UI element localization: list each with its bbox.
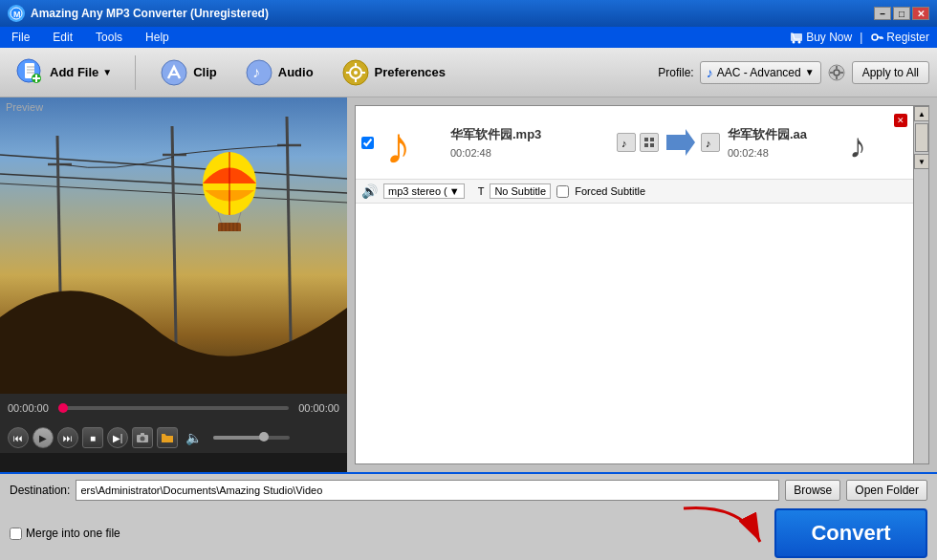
apply-all-button[interactable]: Apply to All (852, 61, 929, 84)
file-checkbox[interactable] (361, 137, 374, 149)
file-item: ♪ 华军软件园.mp3 00:02:48 ♪ (356, 106, 913, 180)
add-file-button[interactable]: Add File ▼ (8, 54, 120, 92)
arrow-section: ♪ (617, 125, 720, 160)
folder-button[interactable] (157, 427, 178, 448)
add-file-dropdown-arrow[interactable]: ▼ (102, 67, 112, 77)
settings-gear-icon[interactable] (827, 63, 846, 82)
file-panel: ♪ 华军软件园.mp3 00:02:48 ♪ (347, 97, 937, 472)
subtitle-dropdown[interactable]: No Subtitle (490, 183, 551, 199)
audio-button[interactable]: ♪ Audio (236, 54, 321, 92)
output-music-icon: ♪ (842, 118, 890, 166)
buy-now-link[interactable]: Buy Now (790, 31, 852, 44)
convert-arrow-indicator (665, 499, 779, 556)
subtitle-row: 🔊 mp3 stereo ( ▼ T No Subtitle Forced Su… (356, 180, 913, 204)
output-filename: 华军软件园.aa (728, 126, 842, 143)
output-info: 华军软件园.aa 00:02:48 (728, 126, 842, 159)
svg-point-5 (872, 34, 878, 40)
audio-settings-btn-1[interactable]: ♪ (617, 133, 636, 152)
svg-rect-60 (644, 143, 648, 147)
clip-button[interactable]: Clip (151, 54, 225, 92)
audio-settings-btn-2[interactable] (640, 133, 659, 152)
audio-track-value: mp3 stereo ( (388, 185, 447, 197)
video-frame (0, 97, 347, 394)
progress-thumb[interactable] (58, 403, 68, 413)
grid-icon (643, 137, 655, 148)
volume-icon: 🔈 (185, 430, 202, 445)
convert-arrow-icon (663, 125, 697, 160)
scroll-thumb[interactable] (915, 123, 928, 152)
register-link[interactable]: Register (870, 31, 929, 44)
cart-icon (790, 31, 803, 44)
svg-line-39 (287, 117, 292, 394)
audio-track-arrow: ▼ (449, 185, 460, 197)
file-list-scrollbar[interactable]: ▲ ▼ (913, 106, 928, 463)
preferences-button[interactable]: Preferences (333, 54, 453, 92)
menu-separator: | (860, 31, 862, 44)
controls-bar: ⏮ ▶ ⏭ ■ ▶| 🔈 (0, 422, 347, 453)
title-bar: M Amazing Any MP3 Converter (Unregistere… (0, 0, 937, 27)
svg-point-3 (793, 41, 795, 44)
scroll-down-arrow[interactable]: ▼ (914, 154, 929, 169)
svg-text:♪: ♪ (706, 138, 711, 148)
svg-line-37 (57, 136, 62, 394)
profile-label: Profile: (658, 66, 693, 79)
scroll-up-arrow[interactable]: ▲ (914, 106, 929, 121)
bottom-section: Destination: Browse Open Folder (0, 472, 937, 506)
destination-input[interactable] (76, 480, 779, 501)
snapshot-button[interactable] (132, 427, 153, 448)
volume-track[interactable] (213, 436, 290, 440)
profile-section: Profile: ♪ AAC - Advanced ▼ Apply to All (658, 61, 929, 84)
volume-thumb[interactable] (259, 432, 269, 442)
window-controls: – □ ✕ (874, 7, 929, 20)
browse-button[interactable]: Browse (785, 480, 840, 501)
toolbar-separator-1 (135, 55, 136, 90)
add-file-icon (15, 57, 46, 88)
app-title: Amazing Any MP3 Converter (Unregistered) (31, 7, 874, 20)
fast-forward-button[interactable]: ⏭ (57, 427, 78, 448)
preview-label: Preview (6, 101, 43, 113)
svg-rect-61 (650, 143, 654, 147)
merge-label: Merge into one file (26, 527, 120, 540)
minimize-button[interactable]: – (874, 7, 891, 20)
svg-point-23 (354, 71, 358, 75)
audio-track-dropdown[interactable]: mp3 stereo ( ▼ (383, 183, 465, 199)
menu-help[interactable]: Help (142, 29, 173, 46)
menu-edit[interactable]: Edit (49, 29, 76, 46)
next-frame-button[interactable]: ▶| (107, 427, 128, 448)
open-folder-button[interactable]: Open Folder (846, 480, 927, 501)
maximize-button[interactable]: □ (893, 7, 910, 20)
menu-tools[interactable]: Tools (92, 29, 126, 46)
destination-label: Destination: (10, 484, 70, 497)
svg-text:♪: ♪ (621, 138, 627, 148)
profile-value: AAC - Advanced (717, 66, 801, 79)
close-item-button[interactable]: ✕ (894, 114, 907, 127)
hot-air-balloon (201, 150, 258, 234)
svg-rect-58 (644, 138, 648, 141)
music-small-icon-2: ♪ (705, 137, 716, 148)
progress-track[interactable] (58, 406, 289, 410)
menu-file[interactable]: File (8, 29, 33, 46)
app-icon: M (8, 5, 25, 22)
subtitle-text-icon: T (478, 185, 485, 197)
menu-right-links: Buy Now | Register (790, 31, 929, 44)
transport-bar: 00:00:00 00:00:00 (0, 394, 347, 422)
output-settings-btn[interactable]: ♪ (701, 133, 720, 152)
convert-button[interactable]: Convert (774, 508, 927, 558)
music-note-icon: ♪ (383, 114, 437, 171)
file-info: 华军软件园.mp3 00:02:48 (450, 126, 609, 159)
file-list-container: ♪ 华军软件园.mp3 00:02:48 ♪ (355, 105, 929, 464)
stop-button[interactable]: ■ (82, 427, 103, 448)
bottom-controls: Merge into one file Convert (0, 506, 937, 560)
forced-subtitle-label: Forced Subtitle (575, 185, 645, 197)
folder-icon (162, 433, 173, 442)
forced-subtitle-checkbox[interactable] (556, 185, 569, 198)
close-button[interactable]: ✕ (912, 7, 929, 20)
svg-rect-59 (650, 138, 654, 141)
profile-dropdown[interactable]: ♪ AAC - Advanced ▼ (700, 61, 821, 84)
rewind-button[interactable]: ⏮ (8, 427, 29, 448)
power-lines-overlay (0, 97, 347, 394)
play-button[interactable]: ▶ (33, 427, 54, 448)
output-note-icon: ♪ (845, 121, 887, 163)
svg-point-4 (798, 41, 801, 44)
merge-checkbox[interactable] (10, 528, 22, 540)
